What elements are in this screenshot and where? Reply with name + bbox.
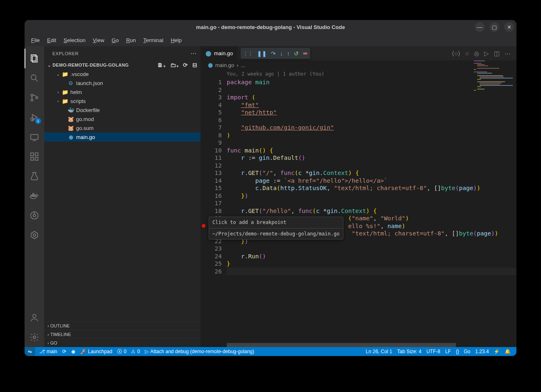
status-lang[interactable]: {} Go: [453, 349, 473, 354]
activity-scm[interactable]: [25, 88, 44, 108]
breadcrumb[interactable]: ⬤ main.go › ...: [201, 60, 516, 69]
activity-explorer[interactable]: [25, 49, 44, 68]
editor-more-icon[interactable]: ⋯: [505, 50, 511, 57]
debug-icon: ▷: [145, 349, 149, 354]
remote-icon: ⇋: [28, 349, 32, 354]
activity-settings[interactable]: [25, 327, 44, 347]
debug-step-into-icon[interactable]: ↓: [280, 50, 283, 57]
menu-edit[interactable]: Edit: [44, 36, 59, 45]
tooltip-line1: Click to add a breakpoint: [212, 219, 340, 226]
tree-folder[interactable]: ⌄📁.vscode: [44, 69, 201, 78]
go-panel[interactable]: › GO: [44, 338, 201, 347]
refresh-icon[interactable]: ⟳: [183, 62, 188, 68]
debug-step-out-icon[interactable]: ↑: [287, 50, 290, 57]
new-folder-icon[interactable]: 🗀₊: [170, 62, 179, 68]
svg-marker-22: [31, 231, 38, 239]
activity-account[interactable]: [25, 308, 44, 327]
activity-kubernetes[interactable]: [25, 225, 44, 245]
tree-label: helm: [70, 89, 82, 95]
debug-badge: 1: [35, 118, 41, 124]
code-area[interactable]: 1234567891011121314151617181920212223242…: [201, 69, 516, 347]
vscode-window: main.go - demo-remote-debug-golang - Vis…: [25, 20, 516, 356]
status-launchpad[interactable]: 🚀Launchpad: [78, 349, 115, 354]
status-eol[interactable]: LF: [443, 349, 453, 354]
activity-testing[interactable]: [25, 166, 44, 186]
tree-label: Dockerfile: [76, 107, 100, 113]
debug-pause-icon[interactable]: ❚❚: [257, 50, 267, 57]
status-problems[interactable]: ⓧ0 ⚠0: [115, 348, 142, 355]
status-tabsize[interactable]: Tab Size: 4: [395, 349, 424, 354]
gitlens-graph-icon[interactable]: ◎: [474, 50, 479, 57]
minimap[interactable]: [474, 60, 511, 110]
menu-terminal[interactable]: Terminal: [140, 36, 167, 45]
window-title: main.go - demo-remote-debug-golang - Vis…: [196, 24, 345, 30]
new-file-icon[interactable]: 🗎₊: [157, 62, 166, 68]
menu-file[interactable]: File: [28, 36, 43, 45]
tree-folder[interactable]: ›📁scripts: [44, 96, 201, 105]
minimize-button[interactable]: —: [475, 22, 485, 32]
error-icon: ⓧ: [117, 348, 122, 355]
menu-view[interactable]: View: [90, 36, 108, 45]
menu-go[interactable]: Go: [108, 36, 122, 45]
folder-icon: 📁: [61, 98, 69, 104]
status-debug-config[interactable]: ▷Attach and debug (demo-remote-debug-gol…: [142, 349, 257, 354]
window-controls: — ▢ ✕: [475, 22, 514, 32]
outline-panel[interactable]: › OUTLINE: [44, 321, 201, 330]
status-cursor[interactable]: Ln 26, Col 1: [363, 349, 395, 354]
menu-run[interactable]: Run: [123, 36, 139, 45]
tree-file[interactable]: 🐳Dockerfile: [44, 105, 201, 114]
status-sync[interactable]: ⟳: [60, 349, 69, 354]
debug-disconnect-icon[interactable]: ⚮: [303, 50, 308, 57]
tree-folder[interactable]: ›📁helm: [44, 87, 201, 96]
status-notifications[interactable]: 🔔: [502, 349, 513, 354]
collapse-icon[interactable]: ⊟: [192, 62, 197, 68]
editor: ⬤ main.go ⋮⋮ ❚❚ ↷ ↓ ↑ ↺ ⚮ ⟨○⟩ ○ ◎ ▷: [201, 46, 516, 347]
drag-handle-icon[interactable]: ⋮⋮: [243, 51, 253, 56]
activity-debug[interactable]: 1: [25, 108, 44, 127]
menu-selection[interactable]: Selection: [60, 36, 88, 45]
activity-docker[interactable]: [25, 186, 44, 206]
timeline-panel[interactable]: › TIMELINE: [44, 330, 201, 338]
glyph-margin[interactable]: [201, 69, 206, 347]
horizontal-scrollbar[interactable]: [201, 343, 516, 347]
tree-label: .vscode: [70, 71, 89, 77]
maximize-button[interactable]: ▢: [489, 22, 499, 32]
status-branch[interactable]: ⎇main: [37, 349, 60, 354]
project-section[interactable]: ⌄ DEMO-REMOTE-DEBUG-GOLANG 🗎₊ 🗀₊ ⟳ ⊟: [44, 60, 201, 69]
menu-help[interactable]: Help: [167, 36, 185, 45]
explorer-header: EXPLORER ⋯: [44, 46, 201, 60]
editor-actions: ⟨○⟩ ○ ◎ ▷ ◫ ⋯: [452, 46, 516, 60]
debug-restart-icon[interactable]: ↺: [294, 50, 299, 57]
line-gutter: 1234567891011121314151617181920212223242…: [206, 69, 227, 347]
debug-toolbar[interactable]: ⋮⋮ ❚❚ ↷ ↓ ↑ ↺ ⚮: [241, 48, 310, 59]
status-live[interactable]: ◉: [69, 349, 78, 354]
status-remote[interactable]: ⇋: [25, 347, 35, 356]
explorer-more-icon[interactable]: ⋯: [191, 50, 197, 57]
activity-remote[interactable]: [25, 127, 44, 147]
debug-step-over-icon[interactable]: ↷: [271, 50, 276, 57]
code-lines[interactable]: You, 2 weeks ago | 1 author (You) packag…: [227, 69, 516, 347]
codelens[interactable]: You, 2 weeks ago | 1 author (You): [227, 69, 516, 78]
tree-file[interactable]: 🐹go.sum: [44, 123, 201, 132]
file-icon: 🐹: [67, 116, 74, 122]
status-encoding[interactable]: UTF-8: [424, 349, 443, 354]
gitlens-compare-icon[interactable]: ○: [465, 50, 469, 57]
activity-gitlens[interactable]: [25, 206, 44, 225]
tree-file[interactable]: ⚙launch.json: [44, 78, 201, 87]
breadcrumb-file: main.go: [215, 62, 234, 68]
close-button[interactable]: ✕: [504, 22, 514, 32]
split-editor-icon[interactable]: ◫: [494, 50, 500, 57]
svg-point-4: [31, 94, 33, 96]
file-icon: 🐳: [67, 107, 74, 113]
status-go-version[interactable]: 1.23.4 ⚡: [473, 349, 502, 354]
tab-label: main.go: [214, 50, 233, 56]
gitlens-toggle-icon[interactable]: ⟨○⟩: [452, 50, 460, 57]
activity-search[interactable]: [25, 68, 44, 88]
tab-main-go[interactable]: ⬤ main.go: [201, 46, 238, 60]
run-icon[interactable]: ▷: [484, 50, 489, 57]
tree-file[interactable]: 🐹go.mod: [44, 114, 201, 123]
tree-file[interactable]: ⬤main.go: [44, 132, 201, 141]
breakpoint-icon[interactable]: [202, 224, 205, 228]
rocket-icon: 🚀: [80, 349, 86, 354]
activity-extensions[interactable]: [25, 147, 44, 166]
